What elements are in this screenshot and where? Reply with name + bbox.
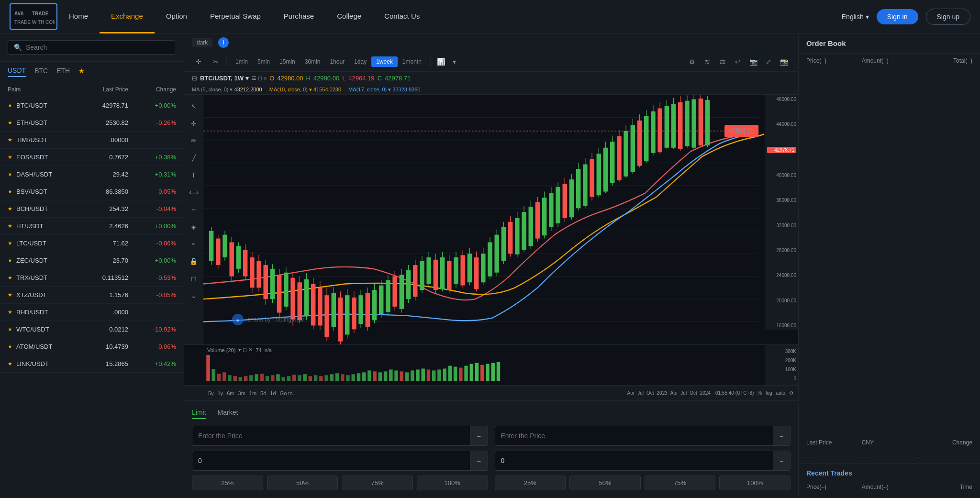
nav-exchange[interactable]: Exchange bbox=[100, 0, 155, 33]
settings-icon2[interactable]: ⚙ bbox=[789, 390, 793, 396]
tab-btc[interactable]: BTC bbox=[34, 67, 48, 77]
buy-50pct[interactable]: 50% bbox=[267, 476, 338, 490]
list-item[interactable]: ★ETH/USDT2530.82-0.26% bbox=[0, 114, 184, 132]
sell-price-wrap[interactable]: – bbox=[495, 426, 791, 446]
toolbar-undo[interactable]: ↩ bbox=[731, 55, 745, 68]
price-16k: 16000.00 bbox=[767, 323, 796, 328]
sell-100pct[interactable]: 100% bbox=[719, 476, 791, 490]
tab-eth[interactable]: ETH bbox=[56, 67, 70, 77]
zoom-6m[interactable]: 6m bbox=[227, 390, 234, 396]
toolbar-camera[interactable]: 📸 bbox=[777, 55, 791, 68]
tool-pencil[interactable]: ✏ bbox=[186, 133, 201, 148]
zoom-3m[interactable]: 3m bbox=[238, 390, 245, 396]
sell-qty-wrap[interactable]: – bbox=[495, 451, 791, 471]
list-item[interactable]: ★ATOM/USDT10.4739-0.06% bbox=[0, 338, 184, 355]
list-item[interactable]: ★HT/USDT2.4626+0.00% bbox=[0, 218, 184, 235]
signup-button[interactable]: Sign up bbox=[926, 9, 970, 25]
list-item[interactable]: ★BHD/USDT.0000 bbox=[0, 304, 184, 321]
nav-contact[interactable]: Contact Us bbox=[373, 0, 431, 33]
tool-crosshair2[interactable]: ✛ bbox=[186, 116, 201, 131]
pair-change: -0.06% bbox=[128, 240, 176, 247]
tool-magnet[interactable]: ⁍ bbox=[186, 236, 201, 252]
pct-toggle[interactable]: % bbox=[757, 390, 762, 396]
tool-line[interactable]: ╱ bbox=[186, 150, 201, 166]
search-wrap[interactable]: 🔍 bbox=[8, 40, 176, 55]
list-item[interactable]: ★XTZ/USDT1.1576-0.05% bbox=[0, 287, 184, 304]
tool-lock[interactable]: 🔒 bbox=[186, 254, 201, 269]
sell-25pct[interactable]: 25% bbox=[495, 476, 566, 490]
sell-50pct[interactable]: 50% bbox=[569, 476, 641, 490]
toolbar-crosshair[interactable]: ✛ bbox=[192, 55, 205, 68]
language-selector[interactable]: English ▾ bbox=[842, 13, 869, 21]
tool-arrows[interactable]: ↔ bbox=[186, 202, 201, 217]
log-toggle[interactable]: log bbox=[766, 390, 772, 396]
tool-text[interactable]: T bbox=[186, 167, 201, 183]
nav-home[interactable]: Home bbox=[57, 0, 100, 33]
buy-price-input[interactable] bbox=[192, 427, 470, 444]
tf-1min[interactable]: 1min bbox=[231, 56, 253, 67]
tab-usdt[interactable]: USDT bbox=[8, 66, 26, 77]
sell-price-input[interactable] bbox=[495, 427, 773, 444]
list-item[interactable]: ★EOS/USDT0.7672+0.38% bbox=[0, 149, 184, 166]
tool-fib[interactable]: ◈ bbox=[186, 219, 201, 234]
zoom-1d[interactable]: 1d bbox=[270, 390, 276, 396]
list-item[interactable]: ★TRX/USDT0.113512-0.53% bbox=[0, 269, 184, 287]
tf-15min[interactable]: 15min bbox=[275, 56, 300, 67]
nav-perpetual[interactable]: Perpetual Swap bbox=[199, 0, 272, 33]
tf-1month[interactable]: 1month bbox=[398, 56, 426, 67]
zoom-5d[interactable]: 5d bbox=[260, 390, 266, 396]
zoom-1y[interactable]: 1y bbox=[218, 390, 223, 396]
list-item[interactable]: ★BTC/USDT42978.71+0.00% bbox=[0, 97, 184, 114]
list-item[interactable]: ★BCH/USDT254.32-0.04% bbox=[0, 200, 184, 218]
list-item[interactable]: ★TIMI/USDT.00000 bbox=[0, 132, 184, 149]
tool-collapse[interactable]: ⌄ bbox=[186, 288, 201, 303]
auto-toggle[interactable]: auto bbox=[776, 390, 785, 396]
buy-75pct[interactable]: 75% bbox=[342, 476, 413, 490]
svg-rect-187 bbox=[330, 374, 334, 381]
logo: AVA TRADE TRADE WITH CONFIDENCE bbox=[10, 3, 57, 30]
buy-qty-wrap[interactable]: – bbox=[192, 451, 488, 471]
buy-price-wrap[interactable]: – bbox=[192, 426, 488, 446]
nav-purchase[interactable]: Purchase bbox=[272, 0, 325, 33]
toolbar-compare[interactable]: ⚖ bbox=[716, 55, 729, 68]
sell-qty-input[interactable] bbox=[495, 452, 773, 469]
tf-1hour[interactable]: 1hour bbox=[325, 56, 349, 67]
list-item[interactable]: ★LINK/USDT15.2865+0.42% bbox=[0, 355, 184, 373]
tool-measure[interactable]: ⟺ bbox=[186, 185, 201, 200]
toolbar-fullscreen[interactable]: ⤢ bbox=[762, 55, 775, 68]
tab-star[interactable]: ★ bbox=[78, 67, 85, 77]
tf-1day[interactable]: 1day bbox=[349, 56, 371, 67]
info-icon[interactable]: i bbox=[218, 37, 229, 48]
sell-75pct[interactable]: 75% bbox=[645, 476, 716, 490]
tf-30min[interactable]: 30min bbox=[300, 56, 325, 67]
tool-cursor[interactable]: ↖ bbox=[186, 99, 201, 114]
tab-limit[interactable]: Limit bbox=[192, 409, 206, 419]
toolbar-settings[interactable]: ⚙ bbox=[685, 55, 699, 68]
search-input[interactable] bbox=[26, 44, 170, 51]
zoom-goto[interactable]: Go to... bbox=[280, 390, 297, 396]
buy-100pct[interactable]: 100% bbox=[417, 476, 488, 490]
buy-qty-input[interactable] bbox=[192, 452, 470, 469]
toolbar-scissors[interactable]: ✂ bbox=[209, 55, 223, 68]
theme-badge[interactable]: dark bbox=[192, 38, 212, 47]
zoom-5y[interactable]: 5y bbox=[208, 390, 214, 396]
toolbar-indicators[interactable]: ≋ bbox=[701, 55, 714, 68]
toolbar-dropdown[interactable]: ▾ bbox=[448, 55, 461, 68]
list-item[interactable]: ★LTC/USDT71.62-0.06% bbox=[0, 235, 184, 252]
tf-5min[interactable]: 5min bbox=[253, 56, 275, 67]
tf-1week[interactable]: 1week bbox=[371, 56, 398, 67]
list-item[interactable]: ★DASH/USDT29.42+0.31% bbox=[0, 166, 184, 183]
buy-25pct[interactable]: 25% bbox=[192, 476, 263, 490]
list-item[interactable]: ★BSV/USDT86.3850-0.05% bbox=[0, 183, 184, 200]
signin-button[interactable]: Sign in bbox=[877, 9, 918, 24]
chart-container[interactable]: ↖ ✛ ✏ ╱ T ⟺ ↔ ◈ ⁍ 🔒 ◻ ⌄ bbox=[184, 95, 798, 344]
list-item[interactable]: ★ZEC/USDT23.70+0.00% bbox=[0, 252, 184, 269]
tool-eraser[interactable]: ◻ bbox=[186, 271, 201, 286]
toolbar-screenshot[interactable]: 📷 bbox=[746, 55, 760, 68]
list-item[interactable]: ★WTC/USDT0.0212-10.92% bbox=[0, 321, 184, 338]
nav-college[interactable]: College bbox=[325, 0, 373, 33]
toolbar-bar-type[interactable]: 📊 bbox=[434, 55, 448, 68]
zoom-1m[interactable]: 1m bbox=[249, 390, 256, 396]
nav-option[interactable]: Option bbox=[155, 0, 199, 33]
tab-market[interactable]: Market bbox=[218, 409, 238, 419]
